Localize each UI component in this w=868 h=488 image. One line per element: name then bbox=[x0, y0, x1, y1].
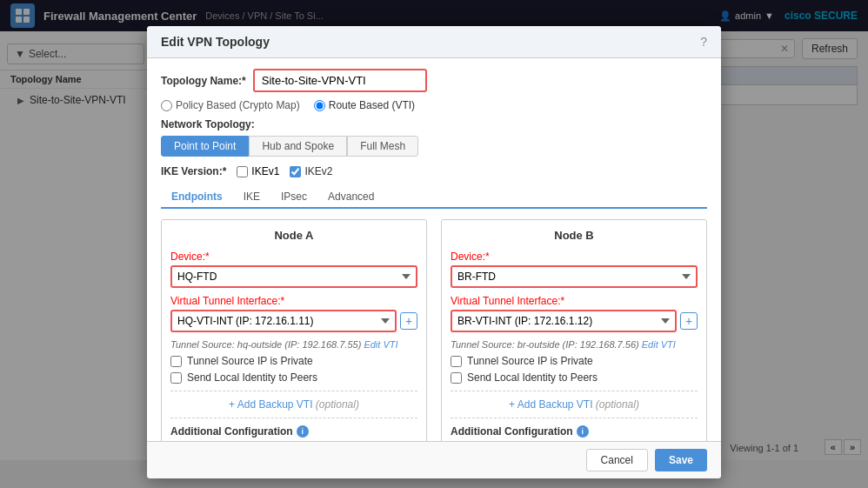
modal-header: Edit VPN Topology ? bbox=[147, 26, 721, 58]
node-a-vti-field: Virtual Tunnel Interface:* HQ-VTI-INT (I… bbox=[170, 295, 417, 332]
node-b-tunnel-source: Tunnel Source: br-outside (IP: 192.168.7… bbox=[451, 339, 698, 350]
node-a-vti-row: HQ-VTI-INT (IP: 172.16.1.11) + bbox=[170, 310, 417, 332]
node-a-vti-label: Virtual Tunnel Interface:* bbox=[170, 295, 417, 307]
modal-overlay: Edit VPN Topology ? Topology Name:* Poli… bbox=[0, 0, 868, 488]
topology-name-label: Topology Name:* bbox=[161, 75, 246, 87]
node-a-send-local-checkbox-row: Send Local Identity to Peers bbox=[170, 371, 417, 384]
node-a-send-local-label: Send Local Identity to Peers bbox=[187, 371, 317, 384]
point-to-point-button[interactable]: Point to Point bbox=[161, 136, 249, 157]
ikev2-check[interactable]: IKEv2 bbox=[290, 165, 332, 177]
node-a-private-checkbox-row: Tunnel Source IP is Private bbox=[170, 355, 417, 367]
node-a-optional-label: (optional) bbox=[316, 398, 359, 411]
node-b-private-label: Tunnel Source IP is Private bbox=[467, 355, 593, 367]
ikev2-checkbox[interactable] bbox=[290, 166, 301, 177]
node-a-divider bbox=[170, 391, 417, 391]
node-a-private-checkbox[interactable] bbox=[170, 356, 182, 367]
policy-based-radio-input[interactable] bbox=[161, 100, 172, 111]
node-b-vti-row: BR-VTI-INT (IP: 172.16.1.12) + bbox=[451, 310, 698, 332]
node-b-additional-config: Additional Configuration i Route traffic… bbox=[451, 425, 698, 441]
node-b-device-row: BR-FTD bbox=[451, 265, 698, 288]
node-a-add-vti-button[interactable]: + bbox=[400, 312, 417, 330]
node-a-private-label: Tunnel Source IP is Private bbox=[187, 355, 313, 367]
node-b-config-title: Additional Configuration i bbox=[451, 425, 698, 438]
route-based-radio[interactable]: Route Based (VTI) bbox=[314, 99, 415, 111]
node-a-edit-vti-link[interactable]: Edit VTI bbox=[364, 339, 397, 350]
topology-name-input[interactable] bbox=[253, 69, 427, 92]
node-b-edit-vti-link[interactable]: Edit VTI bbox=[642, 339, 676, 350]
ikev1-label: IKEv1 bbox=[251, 165, 279, 177]
policy-based-radio[interactable]: Policy Based (Crypto Map) bbox=[161, 99, 300, 111]
ikev2-label: IKEv2 bbox=[304, 165, 332, 177]
node-a-config-title: Additional Configuration i bbox=[170, 425, 417, 438]
node-a-tunnel-source: Tunnel Source: hq-outside (IP: 192.168.7… bbox=[170, 339, 417, 350]
network-topology-label: Network Topology: bbox=[161, 118, 707, 130]
node-b-add-vti-button[interactable]: + bbox=[680, 312, 698, 330]
node-a-divider2 bbox=[170, 418, 417, 418]
node-a-device-select[interactable]: HQ-FTD bbox=[170, 265, 417, 288]
node-a-panel: Node A Device:* HQ-FTD Vir bbox=[161, 219, 427, 441]
node-b-divider2 bbox=[451, 418, 698, 418]
node-a-add-backup[interactable]: + Add Backup VTI (optional) bbox=[170, 398, 417, 411]
node-b-send-local-checkbox[interactable] bbox=[451, 372, 462, 384]
node-a-info-icon[interactable]: i bbox=[297, 425, 309, 438]
nodes-container: Node A Device:* HQ-FTD Vir bbox=[161, 219, 707, 441]
ike-version-row: IKE Version:* IKEv1 IKEv2 bbox=[161, 165, 707, 177]
route-based-label: Route Based (VTI) bbox=[329, 99, 415, 111]
node-b-device-field: Device:* BR-FTD bbox=[451, 251, 698, 288]
node-b-send-local-checkbox-row: Send Local Identity to Peers bbox=[451, 371, 698, 384]
node-b-vti-select[interactable]: BR-VTI-INT (IP: 172.16.1.12) bbox=[451, 310, 677, 332]
tab-advanced[interactable]: Advanced bbox=[317, 186, 384, 209]
node-a-additional-config: Additional Configuration i Route traffic… bbox=[170, 425, 417, 441]
save-button[interactable]: Save bbox=[655, 449, 707, 471]
ikev1-check[interactable]: IKEv1 bbox=[237, 165, 279, 177]
node-b-add-backup-text: + Add Backup VTI bbox=[509, 398, 592, 411]
modal-title: Edit VPN Topology bbox=[161, 35, 270, 49]
hub-and-spoke-button[interactable]: Hub and Spoke bbox=[249, 136, 347, 157]
tabs: Endpoints IKE IPsec Advanced bbox=[161, 186, 707, 209]
help-icon[interactable]: ? bbox=[700, 35, 707, 49]
full-mesh-button[interactable]: Full Mesh bbox=[347, 136, 418, 157]
ike-version-label: IKE Version:* bbox=[161, 165, 226, 177]
node-a-send-local-checkbox[interactable] bbox=[170, 372, 182, 384]
node-a-add-backup-text: + Add Backup VTI bbox=[229, 398, 312, 411]
node-a-device-row: HQ-FTD bbox=[170, 265, 417, 288]
node-b-optional-label: (optional) bbox=[596, 398, 639, 411]
node-b-vti-label: Virtual Tunnel Interface:* bbox=[451, 295, 698, 307]
node-b-title: Node B bbox=[451, 229, 698, 242]
ikev1-checkbox[interactable] bbox=[237, 166, 248, 177]
modal-footer: Cancel Save bbox=[147, 441, 721, 478]
tab-endpoints[interactable]: Endpoints bbox=[161, 186, 233, 209]
node-b-add-backup[interactable]: + Add Backup VTI (optional) bbox=[451, 398, 698, 411]
tab-ipsec[interactable]: IPsec bbox=[270, 186, 317, 209]
node-b-device-select[interactable]: BR-FTD bbox=[451, 265, 698, 288]
node-b-private-checkbox-row: Tunnel Source IP is Private bbox=[451, 355, 698, 367]
node-b-private-checkbox[interactable] bbox=[451, 356, 462, 367]
route-based-radio-input[interactable] bbox=[314, 100, 325, 111]
node-b-divider bbox=[451, 391, 698, 391]
node-b-panel: Node B Device:* BR-FTD Vir bbox=[441, 219, 707, 441]
topology-name-row: Topology Name:* bbox=[161, 69, 707, 92]
cancel-button[interactable]: Cancel bbox=[586, 449, 648, 471]
modal-body: Topology Name:* Policy Based (Crypto Map… bbox=[147, 58, 721, 441]
node-a-device-label: Device:* bbox=[170, 251, 417, 263]
node-b-info-icon[interactable]: i bbox=[577, 425, 589, 438]
policy-based-label: Policy Based (Crypto Map) bbox=[176, 99, 300, 111]
policy-type-row: Policy Based (Crypto Map) Route Based (V… bbox=[161, 99, 707, 111]
node-a-vti-select[interactable]: HQ-VTI-INT (IP: 172.16.1.11) bbox=[170, 310, 397, 332]
node-a-device-field: Device:* HQ-FTD bbox=[170, 251, 417, 288]
tab-ike[interactable]: IKE bbox=[233, 186, 270, 209]
edit-vpn-modal: Edit VPN Topology ? Topology Name:* Poli… bbox=[147, 26, 721, 478]
node-b-device-label: Device:* bbox=[451, 251, 698, 263]
node-a-title: Node A bbox=[170, 229, 417, 242]
node-b-vti-field: Virtual Tunnel Interface:* BR-VTI-INT (I… bbox=[451, 295, 698, 332]
network-topology-group: Point to Point Hub and Spoke Full Mesh bbox=[161, 136, 707, 157]
node-b-send-local-label: Send Local Identity to Peers bbox=[467, 371, 598, 384]
